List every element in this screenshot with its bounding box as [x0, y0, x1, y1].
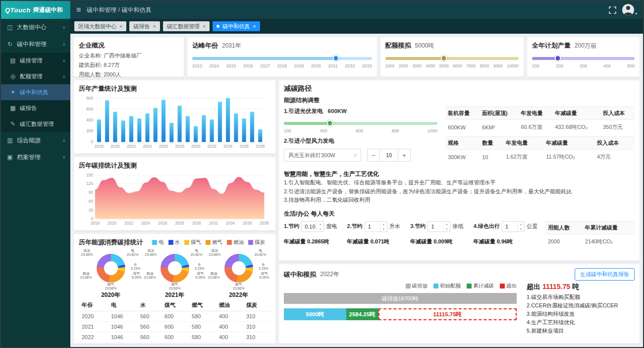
sidebar-item-label: 碳中和仿真 — [20, 89, 65, 96]
peak-year-slider[interactable] — [192, 55, 372, 61]
sidebar-item-carbon-mgmt[interactable]: ↻碳中和管理∧ — [1, 36, 70, 53]
table-cell: 560 — [137, 311, 161, 322]
sidebar-item-sink-data-mgmt[interactable]: ✎碳汇数据管理 — [1, 116, 70, 132]
svg-text:0: 0 — [91, 140, 93, 144]
close-icon[interactable]: × — [153, 23, 156, 29]
wind-controls-block: 2.引进小型风力发电 风光互补路灯300W ∨ − 10 — [284, 136, 437, 162]
table-cell: 2000 — [545, 234, 583, 249]
stepper-up-icon[interactable]: ▲ — [518, 222, 524, 227]
quantity-stepper[interactable]: 0.10▲▼ — [301, 221, 324, 232]
life-prefix: 4.绿色出行 — [474, 223, 500, 230]
stepper-down-icon[interactable]: ▼ — [518, 227, 524, 232]
sidebar-item-archive[interactable]: ▣档案管理∨ — [1, 149, 70, 166]
legend-label: 燃油 — [233, 239, 244, 246]
overview-row: 用能人数: 2000人 — [79, 71, 179, 78]
sidebar-item-simulation[interactable]: ✦碳中和仿真 — [1, 84, 70, 100]
stepper-down-icon[interactable]: ▼ — [317, 227, 323, 232]
user-menu[interactable]: ▾ — [622, 4, 637, 16]
table-cell: 11.57吨CO₂ — [543, 150, 594, 165]
donut-label: 燃气23.66% — [105, 283, 117, 290]
card-head: 碳中和模拟 2022年 生成碳中和仿真报告 — [284, 268, 635, 281]
slider-tick: 9000 — [493, 63, 503, 68]
slider-handle[interactable] — [441, 55, 447, 61]
tab-2[interactable]: 碳汇数据管理× — [163, 21, 210, 31]
sidebar-item-energy[interactable]: ▥综合能源∨ — [1, 132, 70, 149]
donut-hole — [168, 261, 182, 275]
select-value: 风光互补路灯300W — [288, 152, 335, 159]
tab-0[interactable]: 区域大数据中心× — [74, 21, 126, 31]
tab-1[interactable]: 碳报告× — [129, 21, 160, 31]
svg-text:2038: 2038 — [256, 144, 265, 149]
life-result: 年减碳量 0.2865吨 — [284, 238, 337, 245]
table-header: 年发电量 — [518, 107, 552, 120]
sidebar-item-quota-mgmt[interactable]: ◎配额管理∨ — [1, 68, 70, 84]
donut-hole — [104, 261, 118, 275]
quantity-stepper[interactable]: 1▲▼ — [428, 221, 450, 232]
table-header: 装机容量 — [445, 107, 480, 120]
chevron-down-icon: ∨ — [62, 74, 65, 79]
slider-tick: 100 — [532, 63, 539, 68]
card-value: 2031年 — [222, 42, 241, 50]
donut-charts-row: 电20.82%水3.15%煤气5.05%燃气23.66%燃油23.66%煤炭23… — [79, 248, 270, 299]
table-cell: 1046 — [108, 322, 137, 332]
stepper-value: 0.10 — [305, 224, 315, 230]
slider-tick: 600 — [356, 128, 363, 133]
production-slider[interactable] — [532, 55, 635, 61]
stepper-value[interactable]: 10 — [380, 149, 398, 162]
legend-swatch — [248, 240, 253, 245]
quantity-stepper[interactable]: 1▲▼ — [502, 221, 525, 232]
tab-label: 碳汇数据管理 — [167, 23, 200, 30]
pv-capacity-slider[interactable] — [284, 120, 437, 126]
slider-tick: 100 — [284, 128, 291, 133]
slider-handle[interactable] — [333, 55, 339, 61]
table-header: 投入成本 — [594, 137, 635, 150]
sidebar-item-carbon-report[interactable]: ▦碳报告 — [1, 100, 70, 116]
life-result: 年减碳量 0.071吨 — [347, 238, 400, 245]
stepper-up-icon[interactable]: ▲ — [443, 222, 450, 227]
production-chart-card: 历年产量统计及预测 020040060080020182020202220242… — [74, 80, 275, 154]
slider-tick: 2025 — [226, 63, 236, 68]
svg-text:0: 0 — [91, 217, 93, 221]
increment-button[interactable]: + — [398, 149, 411, 162]
life-unit: 公里 — [527, 223, 537, 230]
wind-type-select[interactable]: 风光互补路灯300W ∨ — [284, 149, 361, 162]
slider-fill — [532, 57, 558, 60]
legend-label: 电 — [159, 239, 164, 246]
close-icon[interactable]: × — [203, 23, 206, 29]
sidebar-item-emission-mgmt[interactable]: ▤碳排管理∨ — [1, 53, 70, 68]
excess-line: 超出11115.75吨 — [527, 283, 635, 291]
card-title: 全年计划产量 — [532, 41, 571, 50]
donut-label: 燃油23.66% — [80, 272, 92, 280]
avatar[interactable] — [622, 4, 634, 16]
slider-ticks: 1004006008001000 — [284, 128, 437, 133]
table-row: 600KW6KM²60.6万度432.68吨CO₂350万元 — [445, 120, 635, 135]
menu-toggle-icon[interactable]: ≡ — [76, 5, 81, 14]
stepper-down-icon[interactable]: ▼ — [443, 227, 450, 232]
fullscreen-icon[interactable] — [609, 6, 616, 14]
production-bar-chart: 0200400600800201820202022202420262028203… — [79, 95, 269, 150]
stepper-arrows: ▲▼ — [380, 222, 387, 232]
table-row: 20221046560600580400310 — [79, 332, 270, 343]
suggestion-item: 4.生产工艺持续优化 — [527, 318, 635, 327]
legend-item: 超出 — [500, 283, 517, 290]
slider-tick: 2033 — [362, 63, 372, 68]
legend-item: 碳排放 — [406, 283, 428, 290]
stepper-down-icon[interactable]: ▼ — [380, 227, 387, 232]
slider-handle[interactable] — [554, 55, 561, 61]
stepper-up-icon[interactable]: ▲ — [317, 222, 323, 227]
decrement-button[interactable]: − — [367, 149, 380, 162]
stepper-up-icon[interactable]: ▲ — [380, 222, 387, 227]
close-icon[interactable]: × — [119, 23, 122, 29]
quota-slider[interactable] — [385, 55, 519, 61]
suggestion-item: 5.新建林业项目 — [527, 327, 635, 335]
sidebar-item-label: 档案管理 — [17, 153, 62, 162]
generate-report-button[interactable]: 生成碳中和仿真报告 — [575, 268, 635, 281]
donut-hole — [232, 261, 246, 275]
sidebar-item-bigdata[interactable]: ◫大数据中心∨ — [1, 19, 70, 36]
close-icon[interactable]: × — [253, 23, 256, 29]
tab-3[interactable]: 碳中和仿真× — [213, 21, 260, 31]
smart-item: 1.引入智能配电、智能光伏、综合能源等服务平台，提升全厂用能、生产等运维管理水平 — [284, 178, 635, 187]
slider-handle[interactable] — [327, 120, 333, 126]
quantity-stepper[interactable]: 1▲▼ — [365, 221, 387, 232]
main-area: ≡ 碳中和管理 / 碳中和仿真 ▾ 区域大数据中心×碳报告×碳汇数据管理×碳中和… — [70, 1, 643, 347]
